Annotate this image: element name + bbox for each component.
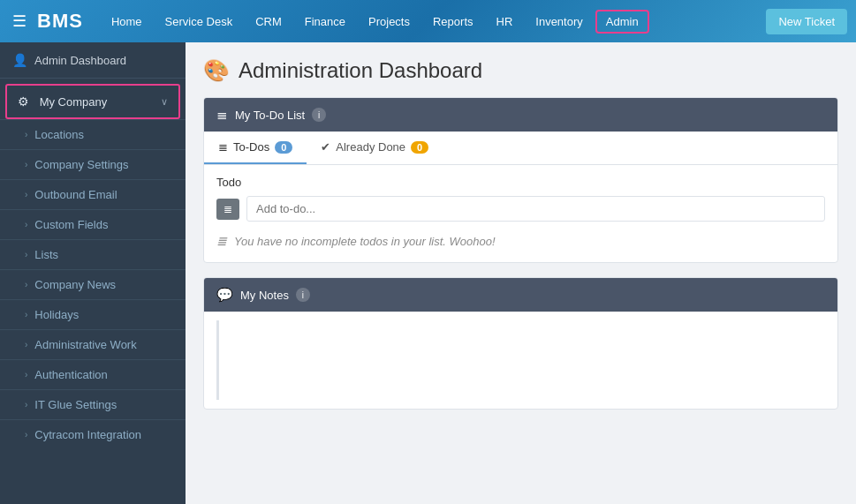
chevron-right-icon: ›: [25, 400, 27, 410]
notes-area[interactable]: [216, 320, 825, 400]
sidebar-my-company-section: ⚙ My Company ∨: [5, 84, 180, 119]
todo-empty-text: You have no incomplete todos in your lis…: [234, 235, 496, 248]
sidebar-item-administrative-work-label: Administrative Work: [34, 338, 136, 351]
sidebar-item-authentication-label: Authentication: [34, 368, 107, 381]
sidebar-item-company-settings-label: Company Settings: [34, 158, 128, 171]
chevron-right-icon: ›: [25, 130, 27, 139]
sidebar-item-lists-label: Lists: [34, 248, 58, 261]
todo-section-label: Todo: [216, 176, 825, 189]
sidebar-item-holidays-label: Holidays: [34, 308, 79, 321]
new-ticket-button[interactable]: New Ticket: [766, 9, 847, 34]
sidebar: 👤 Admin Dashboard ⚙ My Company ∨ › Locat…: [0, 42, 186, 504]
sidebar-item-custom-fields-label: Custom Fields: [34, 218, 108, 231]
chevron-right-icon: ›: [25, 190, 27, 199]
todo-card: ≣ My To-Do List i ≣ To-Dos 0 ✔ Already D…: [203, 97, 838, 263]
todo-tabs: ≣ To-Dos 0 ✔ Already Done 0: [204, 132, 837, 165]
top-navigation: ☰ BMS Home Service Desk CRM Finance Proj…: [0, 0, 856, 42]
chevron-right-icon: ›: [25, 250, 27, 260]
sidebar-admin-label: Admin Dashboard: [34, 54, 126, 67]
todo-list-icon[interactable]: ≣: [216, 199, 239, 220]
chevron-right-icon: ›: [25, 220, 27, 229]
notes-card-title: My Notes: [240, 289, 289, 302]
notes-card-header: 💬 My Notes i: [204, 278, 837, 312]
sidebar-item-it-glue-settings-label: IT Glue Settings: [34, 398, 117, 411]
sidebar-item-company-news[interactable]: › Company News: [0, 269, 186, 299]
notes-card: 💬 My Notes i: [203, 277, 838, 410]
sidebar-item-outbound-email[interactable]: › Outbound Email: [0, 179, 186, 209]
tab-already-done[interactable]: ✔ Already Done 0: [307, 132, 443, 164]
palette-icon: 🎨: [203, 58, 230, 83]
chevron-right-icon: ›: [25, 430, 27, 440]
sidebar-item-locations[interactable]: › Locations: [0, 119, 186, 149]
chevron-down-icon: ∨: [161, 96, 168, 108]
sidebar-item-administrative-work[interactable]: › Administrative Work: [0, 329, 186, 359]
nav-item-hr[interactable]: HR: [486, 10, 524, 34]
nav-items: Home Service Desk CRM Finance Projects R…: [101, 10, 763, 34]
chevron-right-icon: ›: [25, 340, 27, 350]
todos-badge: 0: [275, 141, 292, 154]
speech-icon: 💬: [216, 287, 233, 303]
main-layout: 👤 Admin Dashboard ⚙ My Company ∨ › Locat…: [0, 42, 856, 504]
gear-icon: ⚙: [18, 94, 29, 109]
nav-item-home[interactable]: Home: [101, 10, 153, 34]
tab-todos[interactable]: ≣ To-Dos 0: [204, 132, 307, 164]
sidebar-item-holidays[interactable]: › Holidays: [0, 299, 186, 329]
todo-content: Todo ≣ ≣ You have no incomplete todos in…: [204, 165, 837, 262]
todo-input-row: ≣: [216, 196, 825, 222]
empty-list-icon: ≣: [216, 234, 227, 248]
sidebar-item-cytracom-integration-label: Cytracom Integration: [34, 428, 141, 441]
sidebar-item-outbound-email-label: Outbound Email: [34, 188, 117, 201]
nav-item-service-desk[interactable]: Service Desk: [155, 10, 244, 34]
sidebar-item-company-settings[interactable]: › Company Settings: [0, 149, 186, 179]
chevron-right-icon: ›: [25, 310, 27, 320]
nav-item-reports[interactable]: Reports: [422, 10, 484, 34]
notes-info-icon[interactable]: i: [296, 288, 310, 302]
logo: BMS: [37, 10, 83, 33]
todo-card-title: My To-Do List: [235, 109, 305, 122]
sidebar-item-locations-label: Locations: [34, 128, 84, 141]
todo-empty-message: ≣ You have no incomplete todos in your l…: [216, 230, 825, 252]
todo-card-header: ≣ My To-Do List i: [204, 98, 837, 132]
tab-already-done-label: Already Done: [336, 140, 405, 154]
sidebar-my-company-header[interactable]: ⚙ My Company ∨: [7, 86, 178, 117]
nav-item-finance[interactable]: Finance: [294, 10, 356, 34]
sidebar-items-list: › Locations › Company Settings › Outboun…: [0, 119, 186, 449]
sidebar-item-custom-fields[interactable]: › Custom Fields: [0, 209, 186, 239]
main-content: 🎨 Administration Dashboard ≣ My To-Do Li…: [186, 42, 856, 504]
tab-list-icon: ≣: [218, 140, 228, 154]
list-header-icon: ≣: [216, 107, 228, 123]
chevron-right-icon: ›: [25, 370, 27, 380]
already-done-badge: 0: [411, 141, 428, 154]
sidebar-item-cytracom-integration[interactable]: › Cytracom Integration: [0, 419, 186, 449]
sidebar-item-company-news-label: Company News: [34, 278, 116, 291]
nav-item-inventory[interactable]: Inventory: [525, 10, 593, 34]
sidebar-item-it-glue-settings[interactable]: › IT Glue Settings ➤: [0, 389, 186, 419]
admin-person-icon: 👤: [12, 53, 27, 67]
sidebar-item-lists[interactable]: › Lists: [0, 239, 186, 269]
todo-input[interactable]: [246, 196, 825, 222]
hamburger-icon[interactable]: ☰: [9, 8, 30, 34]
tab-todos-label: To-Dos: [233, 140, 269, 154]
checkmark-icon: ✔: [321, 140, 330, 154]
sidebar-admin-header: 👤 Admin Dashboard: [0, 42, 186, 79]
sidebar-my-company-label: My Company: [40, 95, 108, 109]
todo-info-icon[interactable]: i: [312, 108, 326, 122]
page-title: 🎨 Administration Dashboard: [203, 58, 838, 83]
nav-item-projects[interactable]: Projects: [358, 10, 420, 34]
nav-item-crm[interactable]: CRM: [245, 10, 292, 34]
chevron-right-icon: ›: [25, 280, 27, 290]
chevron-right-icon: ›: [25, 160, 27, 169]
sidebar-item-authentication[interactable]: › Authentication: [0, 359, 186, 389]
nav-item-admin[interactable]: Admin: [595, 10, 649, 34]
